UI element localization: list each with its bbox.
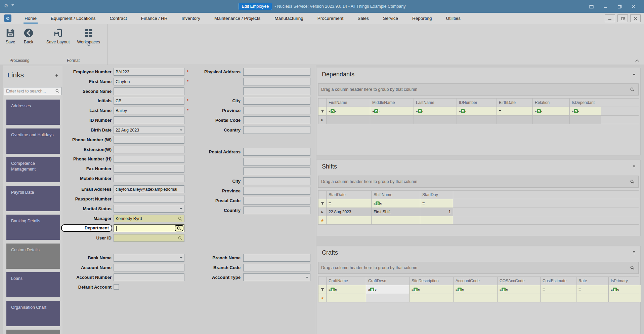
right-address-line-1-field[interactable]: [243, 78, 310, 85]
column-header-craftdesc[interactable]: CraftDesc: [366, 277, 410, 285]
postal-code-field[interactable]: [243, 116, 310, 124]
city-field[interactable]: [243, 177, 310, 185]
grid-cell[interactable]: [327, 294, 366, 302]
grid-cell[interactable]: [533, 116, 570, 124]
tab-inventory[interactable]: Inventory: [174, 13, 207, 24]
column-header-birthdate[interactable]: BirthDate: [497, 99, 533, 107]
search-icon[interactable]: [178, 236, 182, 240]
pin-icon[interactable]: [632, 73, 636, 77]
grid-cell[interactable]: [498, 294, 541, 302]
grid-cell[interactable]: [497, 116, 533, 124]
filter-cell-accountcode[interactable]: aBc: [454, 285, 498, 294]
filter-cell-shiftname[interactable]: aBc: [372, 199, 420, 208]
grid-cell[interactable]: [410, 294, 454, 302]
filter-cell-isprimary[interactable]: aBc: [609, 285, 641, 294]
column-header-relation[interactable]: Relation: [533, 99, 570, 107]
manager-field[interactable]: Kennedy Byrd: [114, 215, 184, 222]
branch-name-field[interactable]: [243, 254, 310, 262]
pin-icon[interactable]: [632, 165, 636, 169]
pin-icon[interactable]: [632, 251, 636, 255]
filter-cell-craftname[interactable]: aBc: [327, 285, 366, 294]
tab-manufacturing[interactable]: Manufacturing: [267, 13, 310, 24]
sidebar-item-banking-details[interactable]: Banking Details: [6, 215, 60, 240]
branch-code-field[interactable]: [243, 264, 310, 271]
right-address-line-9-field[interactable]: [243, 168, 310, 175]
account-number-field[interactable]: [114, 273, 184, 281]
filter-cell-lastname[interactable]: aBc: [414, 107, 457, 115]
column-header-craftname[interactable]: CraftName: [327, 277, 366, 285]
mobile-number-field[interactable]: [114, 175, 184, 182]
tab-sales[interactable]: Sales: [350, 13, 376, 24]
sidebar-item-partial[interactable]: [6, 330, 60, 334]
default-account-checkbox[interactable]: [114, 284, 119, 290]
back-button[interactable]: Back: [21, 26, 36, 45]
employee-number-field[interactable]: BAI223: [114, 68, 184, 76]
department-field[interactable]: [114, 224, 184, 232]
grid-cell[interactable]: [576, 294, 609, 302]
grid-row-data[interactable]: ▶22 Aug 2023First Shift1: [318, 208, 639, 216]
column-header-idnumber[interactable]: IDNumber: [457, 99, 497, 107]
column-header-isprimary[interactable]: IsPrimary: [609, 277, 641, 285]
column-header-cosacccode[interactable]: COSAccCode: [498, 277, 541, 285]
ribbon-app-button[interactable]: ⚙: [4, 14, 11, 22]
column-header-lastname[interactable]: LastName: [414, 99, 457, 107]
tab-service[interactable]: Service: [376, 13, 405, 24]
grid-cell[interactable]: [609, 294, 641, 302]
grid-cell[interactable]: [372, 216, 420, 224]
grid-cell[interactable]: [327, 216, 372, 224]
user-id-field[interactable]: [114, 234, 184, 242]
filter-cell-craftdesc[interactable]: aBc: [366, 285, 410, 294]
filter-cell-sitedescription[interactable]: aBc: [410, 285, 454, 294]
column-header-middlename[interactable]: MiddleName: [370, 99, 414, 107]
pin-icon[interactable]: [55, 74, 58, 78]
tab-maintenance-projects[interactable]: Maintenance / Projects: [207, 13, 267, 24]
app-menu-caret-icon[interactable]: [11, 4, 14, 6]
filter-cell-cosacccode[interactable]: aBc: [498, 285, 541, 294]
save-layout-button[interactable]: Save Layout: [44, 26, 72, 45]
search-icon[interactable]: [630, 265, 635, 270]
phone-number-w-field[interactable]: [114, 136, 184, 144]
minimize-button[interactable]: [598, 1, 612, 11]
sidebar-item-competence-management[interactable]: Competence Management: [6, 157, 60, 182]
sidebar-item-addresses[interactable]: Addresses: [6, 100, 60, 125]
sidebar-item-loans[interactable]: Loans: [6, 272, 60, 297]
doc-minimize-button[interactable]: [605, 14, 615, 22]
filter-cell-rate[interactable]: =: [576, 285, 609, 294]
country-field[interactable]: [243, 126, 310, 134]
tab-reporting[interactable]: Reporting: [405, 13, 439, 24]
extension-w-field[interactable]: [114, 146, 184, 153]
lookup-button[interactable]: [175, 225, 183, 231]
grid-cell[interactable]: First Shift: [372, 208, 420, 216]
grid-cell[interactable]: [457, 116, 497, 124]
postal-address-field[interactable]: [243, 148, 310, 156]
column-header-costestimate[interactable]: CostEstimate: [541, 277, 576, 285]
filter-cell-birthdate[interactable]: =: [497, 107, 533, 115]
bank-name-field[interactable]: [114, 254, 184, 262]
account-name-field[interactable]: [114, 264, 184, 271]
pin-window-button[interactable]: [584, 1, 598, 11]
filter-cell-idnumber[interactable]: aBc: [457, 107, 497, 115]
chevron-down-icon[interactable]: [306, 277, 308, 278]
marital-status-field[interactable]: [114, 205, 184, 213]
close-button[interactable]: [627, 1, 641, 11]
second-name-field[interactable]: [114, 87, 184, 95]
province-field[interactable]: [243, 187, 310, 195]
grid-cell[interactable]: 22 Aug 2023: [327, 208, 372, 216]
grid-cell[interactable]: [420, 216, 453, 224]
search-icon[interactable]: [630, 179, 635, 184]
filter-cell-middlename[interactable]: aBc: [370, 107, 414, 115]
doc-restore-button[interactable]: [617, 14, 628, 22]
column-header-shiftname[interactable]: ShiftName: [372, 191, 420, 199]
filter-cell-startday[interactable]: =: [420, 199, 453, 208]
ribbon-collapse-button[interactable]: [635, 57, 639, 63]
doc-close-button[interactable]: [630, 14, 641, 22]
grid-cell[interactable]: [570, 116, 601, 124]
filter-cell-startdate[interactable]: =: [327, 199, 372, 208]
fax-number-field[interactable]: [114, 165, 184, 173]
app-gear-icon[interactable]: ⚙: [4, 3, 8, 8]
province-field[interactable]: [243, 107, 310, 114]
sidebar-item-overtime-and-holidays[interactable]: Overtime and Holidays: [6, 128, 60, 154]
grid-cell[interactable]: [414, 116, 457, 124]
grid-row-new[interactable]: *: [318, 216, 639, 225]
right-address-line-8-field[interactable]: [243, 158, 310, 165]
